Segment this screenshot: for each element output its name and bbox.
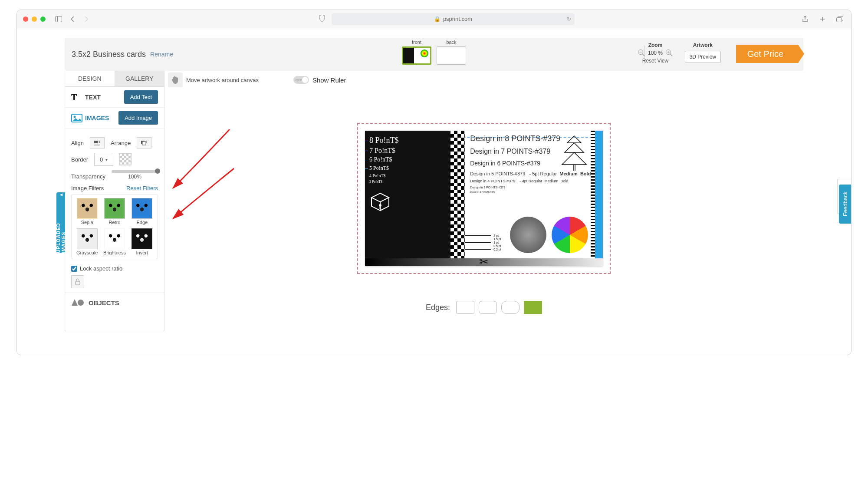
border-value: 0 [100,156,103,163]
chevron-down-icon: ▾ [105,157,108,162]
color-sample-icon [552,217,588,253]
scissors-icon: ✂ [479,255,489,269]
edge-option-round-lg[interactable] [501,301,519,314]
arrange-button[interactable] [137,137,151,148]
lock-aspect-input[interactable] [71,266,77,272]
svg-text:T: T [71,93,77,102]
border-label: Border [71,156,88,163]
product-title: 3.5x2 Business cards [72,50,146,59]
move-artwork-label: Move artwork around canvas [186,77,259,83]
side-back-label: back [437,40,466,45]
window-zoom-icon[interactable] [40,16,46,22]
design-sidebar: UPLOADED IMAGES DESIGN GALLERY T TEXT Ad… [65,71,164,331]
cube-icon [369,191,391,213]
side-back[interactable]: back [437,40,466,65]
side-front[interactable]: front [402,40,431,65]
tab-design[interactable]: DESIGN [65,71,115,86]
edge-option-selected[interactable] [524,301,542,314]
rename-link[interactable]: Rename [150,51,173,58]
window-minimize-icon[interactable] [32,16,37,22]
transparency-value: 100% [112,174,158,180]
filter-brightness[interactable]: Brightness [102,228,126,255]
border-stepper[interactable]: 0 ▾ [94,153,113,166]
nav-back-icon[interactable] [67,14,78,24]
svg-point-18 [78,300,84,306]
objects-panel[interactable]: OBJECTS [65,293,164,313]
svg-point-19 [379,204,381,207]
zoom-in-icon[interactable] [665,49,673,57]
zoom-controls: Zoom 100 % Reset View [638,42,673,64]
svg-rect-20 [380,207,381,209]
sidebar-toggle-icon[interactable] [53,14,64,24]
address-bar[interactable]: 🔒 psprint.com ↻ [332,13,575,25]
svg-line-5 [642,54,644,56]
svg-point-13 [74,115,76,118]
border-color-swatch[interactable] [119,153,132,165]
artwork-label: Artwork [685,42,721,48]
filter-sepia[interactable]: Sepia [75,198,99,225]
lock-icon: 🔒 [434,16,441,22]
new-tab-icon[interactable] [817,14,828,24]
reload-icon[interactable]: ↻ [567,16,571,22]
lock-aspect-checkbox[interactable]: Lock aspect ratio [71,265,158,272]
shapes-icon [71,298,84,307]
svg-rect-0 [56,16,62,22]
browser-titlebar: 🔒 psprint.com ↻ [17,10,851,28]
share-icon[interactable] [800,14,810,24]
filter-grayscale[interactable]: Grayscale [75,228,99,255]
filter-edge[interactable]: Edge [130,198,154,225]
zoom-out-icon[interactable] [638,49,645,57]
tab-gallery[interactable]: GALLERY [115,71,164,86]
slider-thumb[interactable] [155,168,160,174]
grayscale-sample-icon [510,217,546,253]
align-label: Align [71,140,84,146]
privacy-shield-icon[interactable] [317,13,327,23]
lock-button[interactable] [71,275,84,288]
get-price-button[interactable]: Get Price [736,45,798,63]
edge-option-square[interactable] [456,301,474,314]
uploaded-images-tab[interactable]: UPLOADED IMAGES [56,192,65,253]
text-icon: T [71,93,82,102]
card-artwork[interactable]: 8 Po!nT$ 7 Po!nT$ 6 Po!nT$ 5 Po!nT$ 4 Po… [365,131,603,266]
filter-retro[interactable]: Retro [102,198,126,225]
text-panel-label: TEXT [85,94,101,101]
transparency-slider[interactable] [112,170,158,173]
url-host: psprint.com [443,16,472,22]
reset-filters-link[interactable]: Reset Filters [126,185,158,191]
svg-rect-3 [837,17,842,22]
filter-invert[interactable]: Invert [130,228,154,255]
add-text-button[interactable]: Add Text [124,90,158,104]
edges-label: Edges: [426,303,450,312]
ruler-label: Show Ruler [312,76,346,84]
canvas-artboard[interactable]: 8 Po!nT$ 7 Po!nT$ 6 Po!nT$ 5 Po!nT$ 4 Po… [365,131,603,266]
zigzag-icon [560,135,588,173]
pan-tool-button[interactable] [168,73,183,87]
svg-rect-16 [142,142,146,145]
svg-rect-17 [76,281,80,285]
images-panel-label: IMAGES [85,115,109,122]
image-filters-label: Image Filters [71,185,104,191]
edge-option-round-sm[interactable] [479,301,497,314]
preview-3d-button[interactable]: 3D Preview [685,51,721,63]
objects-label: OBJECTS [89,299,119,307]
svg-line-8 [670,54,672,56]
zoom-value: 100 % [648,50,663,56]
annotation-arrow-icon [169,166,256,227]
ruler-toggle[interactable]: OFF [293,76,309,84]
arrange-label: Arrange [111,140,131,146]
transparency-label: Transparency [71,173,105,180]
top-panel: 3.5x2 Business cards Rename front back Z… [65,38,803,71]
tabs-overview-icon[interactable] [835,14,845,24]
window-close-icon[interactable] [23,16,28,22]
add-image-button[interactable]: Add Image [118,111,158,125]
reset-view-link[interactable]: Reset View [638,58,673,64]
nav-forward-icon[interactable] [81,14,92,24]
side-front-label: front [402,40,431,45]
annotation-arrow-icon [169,127,256,201]
svg-rect-14 [94,141,98,143]
images-icon [71,114,82,122]
align-button[interactable] [90,137,105,148]
feedback-tab[interactable]: Feedback [839,185,851,224]
zoom-label: Zoom [638,42,673,48]
